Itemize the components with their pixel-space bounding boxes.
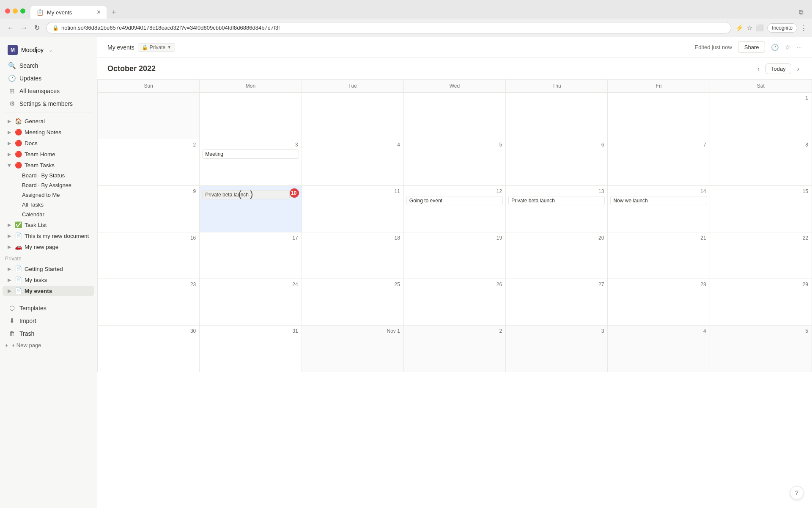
cal-cell[interactable]: Nov 1: [302, 326, 403, 372]
privacy-badge[interactable]: 🔒 Private ▼: [138, 43, 175, 52]
cal-cell[interactable]: 25: [302, 279, 403, 326]
sidebar-item-calendar[interactable]: Calendar: [3, 210, 94, 219]
cal-cell[interactable]: 31: [200, 326, 302, 372]
cal-cell[interactable]: 26: [403, 279, 505, 326]
cal-cell-oct12[interactable]: 12 Going to event: [403, 186, 505, 232]
sidebar-item-my-new-page[interactable]: ▶ 🚗 My new page: [3, 242, 94, 252]
sidebar-item-board-by-assignee[interactable]: Board · By Assignee: [3, 181, 94, 190]
cal-cell[interactable]: 22: [710, 232, 812, 279]
history-icon-btn[interactable]: 🕐: [771, 44, 779, 51]
sidebar-item-updates[interactable]: 🕐 Updates: [3, 72, 94, 84]
traffic-light-green[interactable]: [20, 8, 25, 14]
cal-cell[interactable]: [200, 93, 302, 139]
sidebar-item-my-tasks[interactable]: ▶ 📄 My tasks: [3, 275, 94, 285]
chrome-menu-btn[interactable]: ⋮: [801, 24, 807, 32]
extension-icon[interactable]: ⚡: [735, 24, 743, 32]
cal-cell[interactable]: 16: [98, 232, 200, 279]
bookmark-icon[interactable]: ☆: [747, 24, 752, 32]
cal-cell[interactable]: [506, 93, 608, 139]
cal-cell[interactable]: 23: [98, 279, 200, 326]
sidebar-item-trash[interactable]: 🗑 Trash: [3, 328, 94, 339]
cal-cell[interactable]: 24: [200, 279, 302, 326]
address-bar[interactable]: 🔒 notion.so/36d8a1be657e49d0940178c18eac…: [46, 22, 731, 33]
cal-cell[interactable]: [608, 93, 710, 139]
sidebar-item-team-home[interactable]: ▶ 🔴 Team Home: [3, 149, 94, 159]
favorite-icon-btn[interactable]: ☆: [785, 44, 790, 51]
cal-cell-oct10[interactable]: 10 Private beta launch: [200, 186, 302, 232]
browser-tab-active[interactable]: 📋 My events ×: [30, 6, 107, 19]
cal-prev-btn[interactable]: ‹: [755, 64, 762, 74]
cal-cell[interactable]: 27: [506, 279, 608, 326]
sidebar-item-assigned-to-me[interactable]: Assigned to Me: [3, 190, 94, 199]
cal-cell-oct13[interactable]: 13 Private beta launch: [506, 186, 608, 232]
cal-cell[interactable]: 30: [98, 326, 200, 372]
back-btn[interactable]: ←: [5, 23, 16, 33]
new-tab-btn[interactable]: +: [108, 6, 120, 19]
more-options-btn[interactable]: ···: [796, 44, 802, 51]
cal-cell[interactable]: 17: [200, 232, 302, 279]
cal-cell[interactable]: 1: [710, 93, 812, 139]
cal-cell[interactable]: 7: [608, 139, 710, 186]
sidebar-item-all-teamspaces[interactable]: ⊞ All teamspaces: [3, 85, 94, 97]
my-new-page-label: My new page: [25, 244, 58, 250]
restore-btn[interactable]: ⧉: [799, 8, 804, 16]
cal-cell[interactable]: 19: [403, 232, 505, 279]
cal-cell[interactable]: 5: [710, 326, 812, 372]
sidebar-item-settings[interactable]: ⚙ Settings & members: [3, 98, 94, 110]
traffic-light-yellow[interactable]: [13, 8, 18, 14]
sidebar-item-meeting-notes[interactable]: ▶ 🔴 Meeting Notes: [3, 127, 94, 137]
reload-btn[interactable]: ↻: [32, 23, 42, 33]
event-pill-going-to-event[interactable]: Going to event: [406, 196, 503, 205]
event-pill-private-beta-grey[interactable]: Private beta launch: [202, 190, 289, 199]
new-page-button[interactable]: + + New page: [0, 340, 97, 351]
sidebar-item-board-by-status[interactable]: Board · By Status: [3, 171, 94, 180]
cal-cell[interactable]: 21: [608, 232, 710, 279]
cal-cell[interactable]: 15: [710, 186, 812, 232]
event-pill-now-we-launch[interactable]: Now we launch: [610, 196, 707, 205]
share-button[interactable]: Share: [738, 41, 765, 53]
cal-cell[interactable]: 28: [608, 279, 710, 326]
cal-cell[interactable]: 9: [98, 186, 200, 232]
workspace-switcher[interactable]: M Moodjoy ⌄: [3, 41, 94, 58]
cal-cell[interactable]: 29: [710, 279, 812, 326]
forward-btn[interactable]: →: [19, 23, 30, 33]
cal-cell[interactable]: 2: [98, 139, 200, 186]
cal-cell[interactable]: 20: [506, 232, 608, 279]
calendar-month-title: October 2022: [107, 64, 156, 73]
cal-cell[interactable]: [98, 93, 200, 139]
cal-cell[interactable]: 11: [302, 186, 403, 232]
tab-close-btn[interactable]: ×: [97, 8, 101, 16]
incognito-badge: Incognito: [767, 23, 797, 33]
sidebar-item-search[interactable]: 🔍 Search: [3, 60, 94, 72]
sidebar-item-my-events[interactable]: ▶ 📄 My events: [3, 286, 94, 296]
sidebar-item-docs[interactable]: ▶ 🔴 Docs: [3, 138, 94, 148]
sidebar-item-new-document[interactable]: ▶ 📄 This is my new document: [3, 231, 94, 241]
today-button[interactable]: Today: [765, 64, 791, 74]
my-events-icon: 📄: [14, 287, 22, 294]
cal-cell[interactable]: 5: [403, 139, 505, 186]
traffic-light-red[interactable]: [5, 8, 10, 14]
event-pill-private-beta[interactable]: Private beta launch: [508, 196, 605, 205]
cal-cell[interactable]: 4: [608, 326, 710, 372]
cal-cell[interactable]: 8: [710, 139, 812, 186]
sidebar-item-import[interactable]: ⬇ Import: [3, 315, 94, 327]
sidebar-item-task-list[interactable]: ▶ ✅ Task List: [3, 220, 94, 230]
sidebar-item-templates[interactable]: ⬡ Templates: [3, 302, 94, 314]
tab-manager-icon[interactable]: ⬜: [756, 24, 764, 32]
cal-cell[interactable]: 4: [302, 139, 403, 186]
sidebar-item-team-tasks[interactable]: ▶ 🔴 Team Tasks: [3, 160, 94, 170]
cal-cell[interactable]: 6: [506, 139, 608, 186]
cal-cell-oct14[interactable]: 14 Now we launch: [608, 186, 710, 232]
help-button[interactable]: ?: [790, 486, 804, 500]
event-pill-meeting[interactable]: Meeting: [202, 149, 299, 159]
cal-cell[interactable]: 2: [403, 326, 505, 372]
cal-cell[interactable]: [302, 93, 403, 139]
cal-next-btn[interactable]: ›: [795, 64, 802, 74]
sidebar-item-general[interactable]: ▶ 🏠 General: [3, 116, 94, 126]
cal-cell[interactable]: 18: [302, 232, 403, 279]
cal-cell[interactable]: 3: [506, 326, 608, 372]
cal-cell-oct3[interactable]: 3 Meeting: [200, 139, 302, 186]
sidebar-item-getting-started[interactable]: ▶ 📄 Getting Started: [3, 264, 94, 274]
cal-cell[interactable]: [403, 93, 505, 139]
sidebar-item-all-tasks[interactable]: All Tasks: [3, 200, 94, 209]
